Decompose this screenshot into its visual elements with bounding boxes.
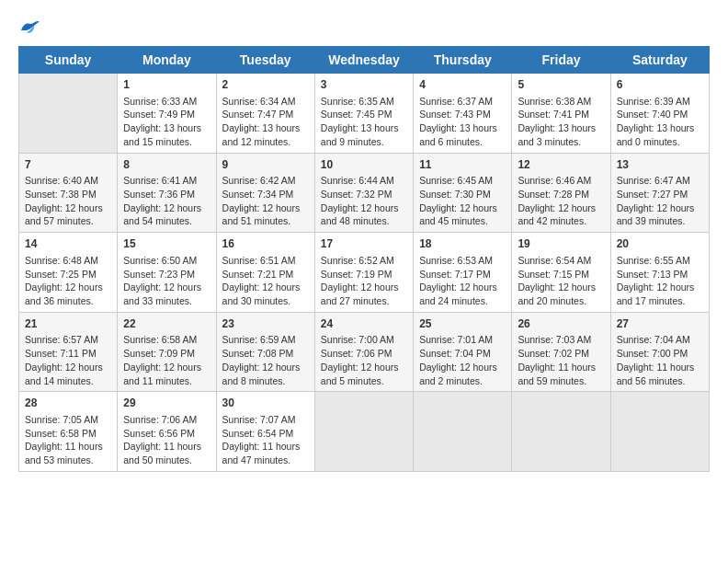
sunset-text: Sunset: 7:06 PM <box>321 347 407 361</box>
day-number: 3 <box>321 77 407 93</box>
daylight-text: Daylight: 12 hours and 17 minutes. <box>617 281 703 307</box>
logo <box>18 18 44 37</box>
daylight-text: Daylight: 12 hours and 54 minutes. <box>123 201 210 228</box>
day-number: 29 <box>123 396 210 411</box>
calendar-cell: 11Sunrise: 6:45 AMSunset: 7:30 PMDayligh… <box>414 153 512 233</box>
cell-content: 18Sunrise: 6:53 AMSunset: 7:17 PMDayligh… <box>419 236 506 308</box>
sunrise-text: Sunrise: 6:40 AM <box>25 174 111 188</box>
logo-icon <box>18 18 40 37</box>
day-number: 9 <box>222 157 309 173</box>
sunrise-text: Sunrise: 7:03 AM <box>518 333 604 347</box>
cell-content: 6Sunrise: 6:39 AMSunset: 7:40 PMDaylight… <box>617 77 703 149</box>
sunset-text: Sunset: 7:00 PM <box>617 347 703 361</box>
cell-content: 17Sunrise: 6:52 AMSunset: 7:19 PMDayligh… <box>321 236 407 308</box>
daylight-text: Daylight: 12 hours and 27 minutes. <box>321 281 407 307</box>
day-header-tuesday: Tuesday <box>216 47 314 74</box>
sunset-text: Sunset: 7:23 PM <box>123 268 210 282</box>
calendar-cell: 10Sunrise: 6:44 AMSunset: 7:32 PMDayligh… <box>314 153 413 233</box>
sunset-text: Sunset: 7:32 PM <box>321 188 407 201</box>
cell-content: 24Sunrise: 7:00 AMSunset: 7:06 PMDayligh… <box>321 316 407 388</box>
calendar-cell: 19Sunrise: 6:54 AMSunset: 7:15 PMDayligh… <box>512 233 610 313</box>
day-number: 4 <box>419 77 506 93</box>
calendar-cell: 14Sunrise: 6:48 AMSunset: 7:25 PMDayligh… <box>19 233 118 313</box>
calendar-cell: 7Sunrise: 6:40 AMSunset: 7:38 PMDaylight… <box>19 153 118 233</box>
calendar-cell: 20Sunrise: 6:55 AMSunset: 7:13 PMDayligh… <box>610 233 709 313</box>
cell-content: 11Sunrise: 6:45 AMSunset: 7:30 PMDayligh… <box>419 157 506 229</box>
sunrise-text: Sunrise: 7:05 AM <box>25 413 111 427</box>
sunset-text: Sunset: 7:08 PM <box>222 347 309 361</box>
cell-content: 9Sunrise: 6:42 AMSunset: 7:34 PMDaylight… <box>222 157 309 229</box>
sunrise-text: Sunrise: 6:41 AM <box>123 174 210 188</box>
sunrise-text: Sunrise: 7:06 AM <box>123 413 210 427</box>
day-number: 15 <box>123 236 210 252</box>
sunrise-text: Sunrise: 6:37 AM <box>419 95 506 109</box>
calendar-week-row: 1Sunrise: 6:33 AMSunset: 7:49 PMDaylight… <box>19 74 710 154</box>
sunset-text: Sunset: 7:30 PM <box>419 188 506 201</box>
calendar-cell: 4Sunrise: 6:37 AMSunset: 7:43 PMDaylight… <box>414 74 512 154</box>
daylight-text: Daylight: 13 hours and 15 minutes. <box>123 121 210 148</box>
sunrise-text: Sunrise: 6:33 AM <box>123 95 210 109</box>
sunset-text: Sunset: 7:04 PM <box>419 347 506 361</box>
cell-content: 7Sunrise: 6:40 AMSunset: 7:38 PMDaylight… <box>25 157 111 229</box>
cell-content: 27Sunrise: 7:04 AMSunset: 7:00 PMDayligh… <box>617 316 703 388</box>
sunset-text: Sunset: 7:21 PM <box>222 268 309 282</box>
daylight-text: Daylight: 12 hours and 48 minutes. <box>321 201 407 228</box>
cell-content: 23Sunrise: 6:59 AMSunset: 7:08 PMDayligh… <box>222 316 309 388</box>
sunset-text: Sunset: 7:11 PM <box>25 347 111 361</box>
sunset-text: Sunset: 7:45 PM <box>321 108 407 121</box>
day-number: 8 <box>123 157 210 173</box>
day-header-sunday: Sunday <box>19 47 118 74</box>
sunset-text: Sunset: 7:15 PM <box>518 268 604 282</box>
day-number: 20 <box>617 236 703 252</box>
daylight-text: Daylight: 13 hours and 12 minutes. <box>222 121 309 148</box>
cell-content: 2Sunrise: 6:34 AMSunset: 7:47 PMDaylight… <box>222 77 309 149</box>
daylight-text: Daylight: 12 hours and 33 minutes. <box>123 281 210 307</box>
day-number: 24 <box>321 316 407 332</box>
cell-content: 21Sunrise: 6:57 AMSunset: 7:11 PMDayligh… <box>25 316 111 388</box>
daylight-text: Daylight: 11 hours and 50 minutes. <box>123 440 210 466</box>
sunset-text: Sunset: 6:56 PM <box>123 427 210 441</box>
calendar-cell: 28Sunrise: 7:05 AMSunset: 6:58 PMDayligh… <box>19 392 118 472</box>
sunrise-text: Sunrise: 6:57 AM <box>25 333 111 347</box>
cell-content: 22Sunrise: 6:58 AMSunset: 7:09 PMDayligh… <box>123 316 210 388</box>
calendar-cell: 13Sunrise: 6:47 AMSunset: 7:27 PMDayligh… <box>610 153 709 233</box>
calendar-week-row: 14Sunrise: 6:48 AMSunset: 7:25 PMDayligh… <box>19 233 710 313</box>
calendar-cell: 17Sunrise: 6:52 AMSunset: 7:19 PMDayligh… <box>314 233 413 313</box>
calendar-cell: 6Sunrise: 6:39 AMSunset: 7:40 PMDaylight… <box>610 74 709 154</box>
calendar-cell: 5Sunrise: 6:38 AMSunset: 7:41 PMDaylight… <box>512 74 610 154</box>
calendar-cell: 26Sunrise: 7:03 AMSunset: 7:02 PMDayligh… <box>512 312 610 392</box>
calendar-cell: 18Sunrise: 6:53 AMSunset: 7:17 PMDayligh… <box>414 233 512 313</box>
daylight-text: Daylight: 12 hours and 45 minutes. <box>419 201 506 228</box>
sunrise-text: Sunrise: 6:44 AM <box>321 174 407 188</box>
day-number: 1 <box>123 77 210 93</box>
cell-content: 15Sunrise: 6:50 AMSunset: 7:23 PMDayligh… <box>123 236 210 308</box>
cell-content: 8Sunrise: 6:41 AMSunset: 7:36 PMDaylight… <box>123 157 210 229</box>
cell-content: 19Sunrise: 6:54 AMSunset: 7:15 PMDayligh… <box>518 236 604 308</box>
day-header-saturday: Saturday <box>610 47 709 74</box>
sunset-text: Sunset: 7:28 PM <box>518 188 604 201</box>
sunrise-text: Sunrise: 6:54 AM <box>518 254 604 268</box>
sunset-text: Sunset: 7:27 PM <box>617 188 703 201</box>
day-header-friday: Friday <box>512 47 610 74</box>
daylight-text: Daylight: 13 hours and 6 minutes. <box>419 121 506 148</box>
cell-content: 25Sunrise: 7:01 AMSunset: 7:04 PMDayligh… <box>419 316 506 388</box>
sunrise-text: Sunrise: 6:51 AM <box>222 254 309 268</box>
day-number: 6 <box>617 77 703 93</box>
sunset-text: Sunset: 7:13 PM <box>617 268 703 282</box>
sunrise-text: Sunrise: 6:59 AM <box>222 333 309 347</box>
daylight-text: Daylight: 11 hours and 56 minutes. <box>617 361 703 387</box>
daylight-text: Daylight: 11 hours and 53 minutes. <box>25 440 111 466</box>
daylight-text: Daylight: 12 hours and 39 minutes. <box>617 201 703 228</box>
calendar-cell: 25Sunrise: 7:01 AMSunset: 7:04 PMDayligh… <box>414 312 512 392</box>
calendar-cell: 24Sunrise: 7:00 AMSunset: 7:06 PMDayligh… <box>314 312 413 392</box>
cell-content: 5Sunrise: 6:38 AMSunset: 7:41 PMDaylight… <box>518 77 604 149</box>
calendar-header-row: SundayMondayTuesdayWednesdayThursdayFrid… <box>19 47 710 74</box>
calendar-cell: 1Sunrise: 6:33 AMSunset: 7:49 PMDaylight… <box>118 74 216 154</box>
calendar-cell <box>610 392 709 472</box>
sunrise-text: Sunrise: 6:35 AM <box>321 95 407 109</box>
day-number: 5 <box>518 77 604 93</box>
sunrise-text: Sunrise: 7:00 AM <box>321 333 407 347</box>
cell-content: 16Sunrise: 6:51 AMSunset: 7:21 PMDayligh… <box>222 236 309 308</box>
sunset-text: Sunset: 7:19 PM <box>321 268 407 282</box>
sunset-text: Sunset: 7:34 PM <box>222 188 309 201</box>
